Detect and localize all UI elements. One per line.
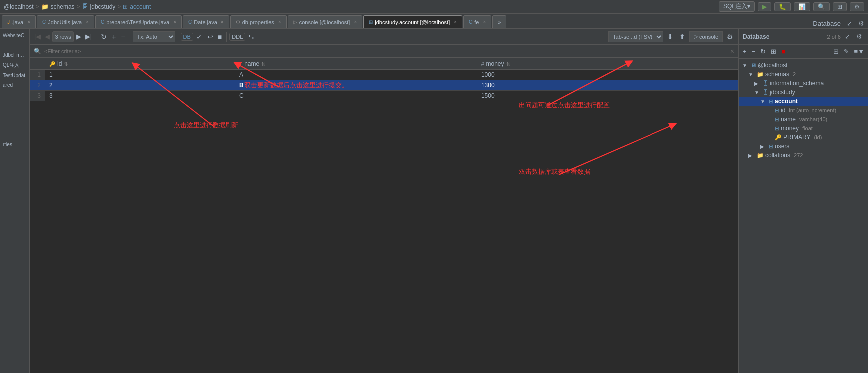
name-col-icon: T	[239, 61, 242, 67]
tab-fe[interactable]: C fe ×	[463, 15, 491, 28]
sidebar-item-ared[interactable]: ared	[0, 80, 29, 90]
col-money-header[interactable]: # money ⇅	[477, 58, 738, 70]
tx-select[interactable]: Tx: Auto Tx: Manual	[133, 31, 175, 42]
filter-close-button[interactable]: ×	[730, 47, 734, 55]
row-1-name[interactable]: A	[235, 70, 477, 80]
sidebar-item-jdbcfristd[interactable]: JdbcFristD	[0, 50, 29, 60]
tree-item-id-col[interactable]: ⊟ id int (auto increment)	[739, 106, 868, 115]
debug-button[interactable]: 🐛	[774, 2, 791, 11]
tree-item-jdbcstudy[interactable]: ▼ 🗄 jdbcstudy	[739, 88, 868, 97]
settings-top-button[interactable]: ⚙	[850, 2, 864, 11]
stop-datasource-button[interactable]: ■	[779, 47, 787, 56]
row-2-name[interactable]: B	[235, 80, 477, 91]
settings-button[interactable]: ⚙	[725, 32, 735, 42]
tab-datejava[interactable]: C Date.java ×	[183, 15, 229, 28]
row-3-id[interactable]: 3	[45, 91, 235, 101]
tree-item-money-col[interactable]: ⊟ money float	[739, 124, 868, 133]
tab-console[interactable]: ▷ console [@localhost] ×	[288, 15, 363, 28]
panel-settings-icon[interactable]: ⚙	[854, 32, 864, 41]
row-1-id[interactable]: 1	[45, 70, 235, 80]
tab-dbprops[interactable]: ⚙ db.properties ×	[230, 15, 287, 28]
tab-java-close[interactable]: ×	[27, 19, 30, 25]
commit-button[interactable]: ✓	[194, 32, 204, 42]
table-row[interactable]: 2 2 B 1300	[30, 80, 738, 91]
tree-item-schemas[interactable]: ▼ 📁 schemas 2	[739, 70, 868, 79]
nav-prev-button[interactable]: ◀	[43, 32, 51, 41]
add-row-button[interactable]: +	[110, 32, 118, 42]
expand-cols-button[interactable]: ⇆	[246, 32, 256, 42]
edit-datasource-button[interactable]: ✎	[842, 47, 851, 56]
tree-item-primary[interactable]: 🔑 PRIMARY (id)	[739, 133, 868, 142]
tab-account-close[interactable]: ×	[454, 19, 457, 25]
tree-item-name-col[interactable]: ⊟ name varchar(40)	[739, 115, 868, 124]
refresh-datasource-button[interactable]: ↻	[758, 47, 768, 56]
host-label[interactable]: @localhost	[4, 3, 34, 10]
nav-first-button[interactable]: |◀	[33, 32, 42, 41]
tab-console-close[interactable]: ×	[354, 19, 357, 25]
import-button[interactable]: ⬆	[677, 32, 687, 42]
sidebar-item-rties[interactable]: rties	[0, 140, 29, 149]
col-name-header[interactable]: T name ⇅	[235, 58, 477, 70]
sql-injection-button[interactable]: SQL注入▾	[719, 1, 755, 12]
tab-testupdate[interactable]: C prepared\TestUpdate.java ×	[95, 15, 182, 28]
col-money-sort[interactable]: ⇅	[506, 61, 510, 67]
table-row[interactable]: 1 1 A 1000	[30, 70, 738, 80]
export-button[interactable]: ⬇	[665, 32, 675, 42]
tree-item-users[interactable]: ▶ ⊞ users	[739, 142, 868, 151]
sidebar-item-sqlinjection[interactable]: QL注入	[0, 60, 29, 71]
grid-view-button[interactable]: ⊞	[831, 47, 841, 56]
tab-account[interactable]: ⊞ jdbcstudy.account [@localhost] ×	[363, 15, 462, 28]
panel-expand-icon[interactable]: ⤢	[843, 32, 852, 41]
row-2-id[interactable]: 2	[45, 80, 235, 91]
row-1-money[interactable]: 1000	[477, 70, 738, 80]
tab-jdbcutils-label: JdbcUtils.java	[48, 19, 82, 25]
tab-jdbcutils-close[interactable]: ×	[86, 19, 89, 25]
tab-testupdate-close[interactable]: ×	[173, 19, 176, 25]
stop-button[interactable]: ■	[216, 32, 224, 42]
nav-last-button[interactable]: ▶|	[84, 32, 93, 41]
database-tree: ▼ 🖥 @localhost ▼ 📁 schemas 2 ▶ 🗄 informa…	[739, 59, 868, 373]
sidebar-item-websitec[interactable]: WebsiteC	[0, 31, 29, 40]
panel-settings-button[interactable]: ⚙	[856, 19, 866, 28]
info-schema-arrow: ▶	[754, 81, 761, 86]
tab-fe-close[interactable]: ×	[483, 19, 486, 25]
add-datasource-button[interactable]: +	[741, 47, 749, 56]
profile-button[interactable]: 📊	[794, 2, 810, 11]
remove-datasource-button[interactable]: −	[750, 47, 758, 56]
filter-datasource-button[interactable]: ⊞	[769, 47, 778, 56]
col-id-sort[interactable]: ⇅	[64, 61, 68, 67]
row-3-name[interactable]: C	[235, 91, 477, 101]
tree-item-localhost[interactable]: ▼ 🖥 @localhost	[739, 61, 868, 70]
sidebar-item-testupdate[interactable]: TestUpdat	[0, 71, 29, 80]
tab-more[interactable]: »	[492, 15, 506, 28]
tree-item-collations[interactable]: ▶ 📁 collations 272	[739, 151, 868, 160]
tab-dbprops-close[interactable]: ×	[278, 19, 281, 25]
nav-next-button[interactable]: ▶	[75, 32, 83, 41]
row-3-money[interactable]: 1500	[477, 91, 738, 101]
rollback-button[interactable]: ↩	[205, 32, 215, 42]
tab-jdbcutils[interactable]: C JdbcUtils.java ×	[37, 15, 94, 28]
jdbcstudy-label[interactable]: jdbcstudy	[90, 3, 116, 10]
tab-java[interactable]: J .java ×	[2, 15, 36, 28]
tree-item-information-schema[interactable]: ▶ 🗄 information_schema	[739, 79, 868, 88]
col-name-sort[interactable]: ⇅	[261, 61, 265, 67]
col-id-header[interactable]: 🔑 id ⇅	[45, 58, 235, 70]
tab-datejava-close[interactable]: ×	[221, 19, 224, 25]
schemas-label[interactable]: schemas	[51, 3, 75, 10]
zoom-button[interactable]: 🔍	[813, 2, 830, 11]
database-panel-button[interactable]: Database	[811, 19, 843, 28]
table-row[interactable]: 3 3 C 1500	[30, 91, 738, 101]
refresh-button[interactable]: ↻	[99, 32, 109, 42]
remove-row-button[interactable]: −	[119, 32, 127, 42]
filter-input[interactable]	[44, 48, 727, 54]
filter2-button[interactable]: ≡▼	[852, 47, 866, 56]
run-button[interactable]: ▶	[758, 2, 771, 11]
row-2-money[interactable]: 1300	[477, 80, 738, 91]
ddl-button[interactable]: DDL	[229, 33, 245, 41]
grid-button[interactable]: ⊞	[833, 2, 847, 11]
tree-item-account[interactable]: ▼ ⊞ account	[739, 97, 868, 106]
tab-send-select[interactable]: Tab-se...d (TSV)	[608, 31, 663, 42]
db-icon-button[interactable]: DB	[181, 33, 193, 41]
panel-expand-button[interactable]: ⤢	[845, 19, 854, 28]
console-button[interactable]: ▷ console	[689, 31, 723, 42]
